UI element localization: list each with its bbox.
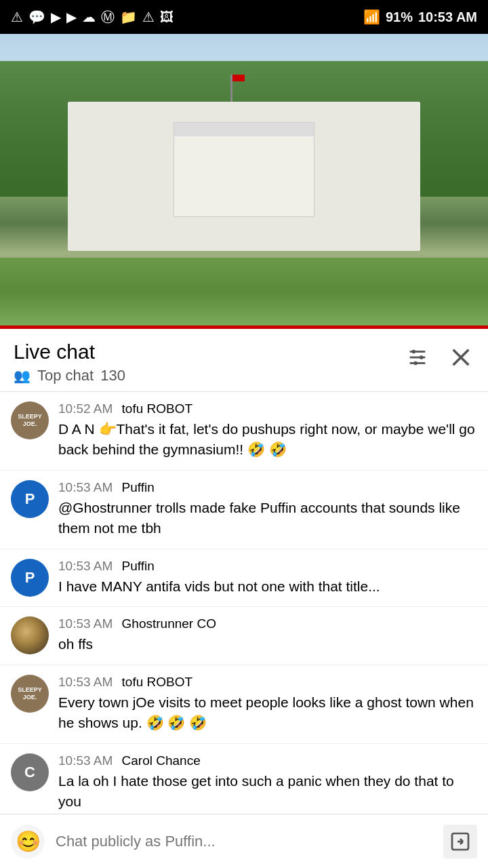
status-bar: ⚠ 💬 ▶ ▶ ☁ Ⓜ 📁 ⚠ 🖼 📶 91% 10:53 AM — [0, 0, 488, 34]
video-thumbnail[interactable] — [0, 34, 488, 326]
message-text: oh ffs — [58, 634, 477, 654]
message-time: 10:53 AM — [58, 616, 113, 631]
top-chat-label: Top chat — [37, 367, 94, 384]
chat-header: Live chat 👥 Top chat 130 — [0, 329, 488, 392]
table-row: SLEEPYJOE. 10:52 AM tofu ROBOT D A N 👉Th… — [0, 392, 488, 471]
message-username: Puffin — [122, 480, 155, 494]
message-text: I have MANY antifa vids but not one with… — [58, 576, 477, 597]
message-time: 10:53 AM — [58, 753, 113, 768]
table-row: 10:53 AM Ghostrunner CO oh ffs — [0, 607, 488, 665]
youtube-icon: ▶ — [66, 9, 77, 25]
play-icon: ▶ — [51, 9, 61, 25]
message-content: 10:53 AM Puffin I have MANY antifa vids … — [58, 559, 477, 597]
message-meta: 10:53 AM Carol Chance — [58, 753, 477, 768]
message-meta: 10:53 AM tofu ROBOT — [58, 675, 477, 690]
chat-header-actions — [404, 340, 474, 371]
message-content: 10:53 AM tofu ROBOT Every town jOe visit… — [58, 675, 477, 734]
message-meta: 10:53 AM Puffin — [58, 480, 477, 495]
message-text: Every town jOe visits to meet people loo… — [58, 692, 477, 734]
table-row: P 10:53 AM Puffin @Ghostrunner trolls ma… — [0, 471, 488, 549]
avatar: P — [11, 480, 49, 518]
table-row: SLEEPYJOE. 10:53 AM tofu ROBOT Every tow… — [0, 665, 488, 744]
folder-icon: 📁 — [120, 9, 137, 25]
people-icon: 👥 — [14, 368, 30, 384]
message-time: 10:53 AM — [58, 559, 113, 573]
message-username: Ghostrunner CO — [122, 616, 216, 631]
avatar: C — [11, 753, 49, 791]
m-icon: Ⓜ — [101, 8, 115, 26]
emoji-button[interactable]: 😊 — [11, 825, 45, 859]
svg-point-3 — [412, 350, 416, 354]
table-row: C 10:53 AM Carol Chance La la oh I hate … — [0, 744, 488, 823]
close-button[interactable] — [447, 344, 474, 371]
message-text: @Ghostrunner trolls made fake Puffin acc… — [58, 498, 477, 539]
battery-text: 91% — [386, 9, 413, 25]
message-time: 10:53 AM — [58, 675, 113, 689]
chat-header-title-area: Live chat 👥 Top chat 130 — [14, 340, 125, 384]
chat-subtitle-row: 👥 Top chat 130 — [14, 367, 125, 384]
svg-point-5 — [413, 361, 418, 366]
message-username: Carol Chance — [122, 753, 201, 768]
message-username: tofu ROBOT — [122, 675, 193, 689]
send-button[interactable] — [443, 825, 477, 859]
status-system: 📶 91% 10:53 AM — [363, 9, 477, 25]
message-meta: 10:53 AM Ghostrunner CO — [58, 616, 477, 631]
message-meta: 10:53 AM Puffin — [58, 559, 477, 574]
status-icons: ⚠ 💬 ▶ ▶ ☁ Ⓜ 📁 ⚠ 🖼 — [11, 8, 174, 26]
message-text: La la oh I hate those get into such a pa… — [58, 771, 477, 812]
avatar — [11, 616, 49, 654]
cloud-icon: ☁ — [82, 9, 96, 25]
messages-list: SLEEPYJOE. 10:52 AM tofu ROBOT D A N 👉Th… — [0, 392, 488, 868]
chat-input[interactable] — [56, 825, 432, 858]
wifi-icon: 📶 — [363, 9, 380, 25]
warning2-icon: ⚠ — [142, 9, 155, 25]
emoji-icon: 😊 — [16, 829, 41, 853]
svg-point-4 — [420, 355, 424, 359]
message-username: tofu ROBOT — [122, 401, 193, 416]
avatar: SLEEPYJOE. — [11, 675, 49, 713]
warning-icon: ⚠ — [11, 9, 23, 25]
chat-input-bar: 😊 — [0, 814, 488, 868]
live-chat-title: Live chat — [14, 340, 125, 364]
message-content: 10:53 AM Puffin @Ghostrunner trolls made… — [58, 480, 477, 539]
message-text: D A N 👉That's it fat, let's do pushups r… — [58, 419, 477, 460]
time-text: 10:53 AM — [418, 9, 477, 25]
avatar: P — [11, 559, 49, 597]
avatar: SLEEPYJOE. — [11, 401, 49, 439]
message-username: Puffin — [122, 559, 155, 573]
message-content: 10:53 AM Carol Chance La la oh I hate th… — [58, 753, 477, 812]
filter-button[interactable] — [404, 344, 431, 371]
table-row: P 10:53 AM Puffin I have MANY antifa vid… — [0, 549, 488, 607]
message-content: 10:53 AM Ghostrunner CO oh ffs — [58, 616, 477, 654]
image-icon: 🖼 — [160, 9, 174, 25]
message-time: 10:52 AM — [58, 401, 113, 416]
viewer-count: 130 — [100, 367, 125, 384]
message-content: 10:52 AM tofu ROBOT D A N 👉That's it fat… — [58, 401, 477, 460]
message-time: 10:53 AM — [58, 480, 113, 494]
message-meta: 10:52 AM tofu ROBOT — [58, 401, 477, 416]
message-icon: 💬 — [28, 9, 45, 25]
